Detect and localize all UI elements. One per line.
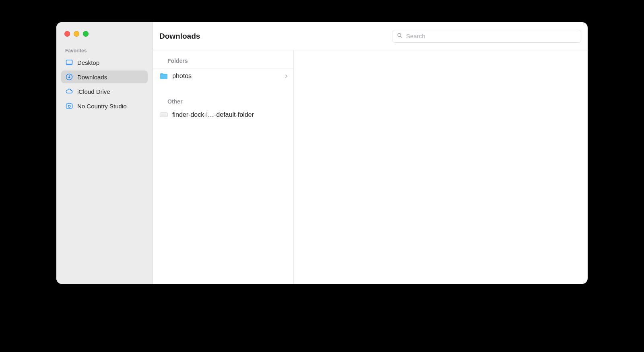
sidebar-item-label: iCloud Drive: [77, 88, 110, 95]
download-icon: [65, 73, 73, 81]
file-row-finder-dock[interactable]: finder-dock-i…-default-folder: [153, 107, 293, 122]
minimize-window-button[interactable]: [74, 31, 79, 37]
sidebar-item-downloads[interactable]: Downloads: [61, 70, 148, 83]
search-field[interactable]: [392, 30, 581, 43]
search-input[interactable]: [406, 33, 577, 39]
sidebar: Favorites Desktop Downloads iCloud Drive…: [56, 22, 153, 284]
desktop-icon: [65, 58, 73, 66]
sidebar-item-label: No Country Studio: [77, 103, 127, 110]
svg-point-4: [68, 105, 70, 107]
sidebar-item-label: Downloads: [77, 74, 107, 81]
main-pane: Downloads Folders: [153, 22, 588, 284]
toolbar: Downloads: [153, 22, 588, 50]
camera-folder-icon: [65, 102, 73, 110]
group-header-other: Other: [153, 96, 293, 107]
column-2-empty: [294, 50, 588, 284]
window-controls: [61, 31, 148, 37]
column-view: Folders photos Other: [153, 50, 588, 284]
folder-icon: [159, 72, 168, 80]
sidebar-section-label: Favorites: [61, 48, 148, 56]
group-header-folders: Folders: [153, 55, 293, 68]
row-label: photos: [172, 72, 281, 80]
svg-line-6: [400, 36, 402, 37]
close-window-button[interactable]: [64, 31, 70, 37]
zoom-window-button[interactable]: [83, 31, 89, 37]
sidebar-item-label: Desktop: [77, 59, 99, 66]
sidebar-item-no-country-studio[interactable]: No Country Studio: [61, 99, 148, 112]
column-1: Folders photos Other: [153, 50, 294, 284]
row-label: finder-dock-i…-default-folder: [172, 111, 288, 118]
chevron-right-icon: [285, 73, 288, 80]
window-title: Downloads: [159, 32, 200, 41]
search-icon: [396, 32, 403, 40]
svg-rect-0: [66, 60, 72, 64]
sidebar-item-icloud-drive[interactable]: iCloud Drive: [61, 85, 148, 98]
finder-window: Favorites Desktop Downloads iCloud Drive…: [56, 22, 588, 284]
sidebar-item-desktop[interactable]: Desktop: [61, 56, 148, 69]
folder-row-photos[interactable]: photos: [153, 68, 293, 84]
svg-rect-7: [160, 113, 168, 117]
executable-icon: [159, 112, 168, 117]
cloud-icon: [65, 87, 73, 95]
